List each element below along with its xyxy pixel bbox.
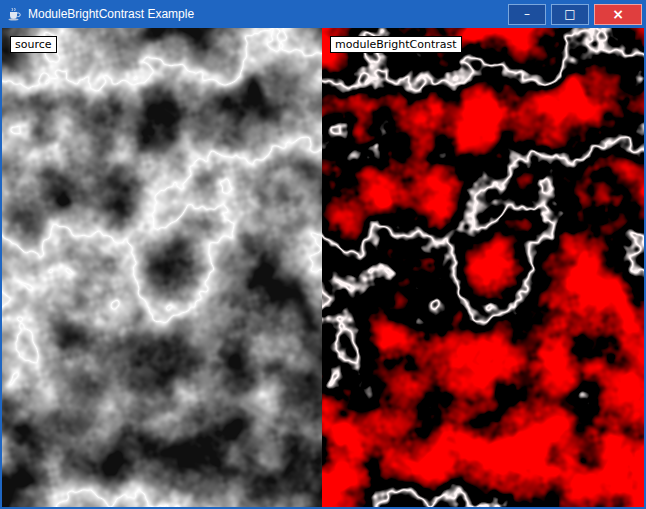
titlebar: ModuleBrightContrast Example – □ ×: [0, 0, 646, 28]
maximize-button[interactable]: □: [551, 4, 589, 25]
minimize-icon: –: [524, 7, 530, 21]
app-window: ModuleBrightContrast Example – □ × sourc…: [0, 0, 646, 509]
processed-image: [322, 28, 644, 507]
window-title: ModuleBrightContrast Example: [28, 7, 508, 21]
processed-panel: moduleBrightContrast: [322, 28, 644, 507]
close-button[interactable]: ×: [594, 4, 642, 25]
minimize-button[interactable]: –: [508, 4, 546, 25]
close-icon: ×: [612, 6, 624, 22]
source-panel: source: [2, 28, 322, 507]
source-image: [2, 28, 322, 507]
java-cup-icon: [6, 6, 22, 22]
processed-label: moduleBrightContrast: [330, 36, 462, 53]
maximize-icon: □: [564, 7, 575, 21]
image-panels: source moduleBrightContrast: [2, 28, 644, 507]
source-label: source: [10, 36, 57, 53]
window-controls: – □ ×: [508, 4, 642, 25]
